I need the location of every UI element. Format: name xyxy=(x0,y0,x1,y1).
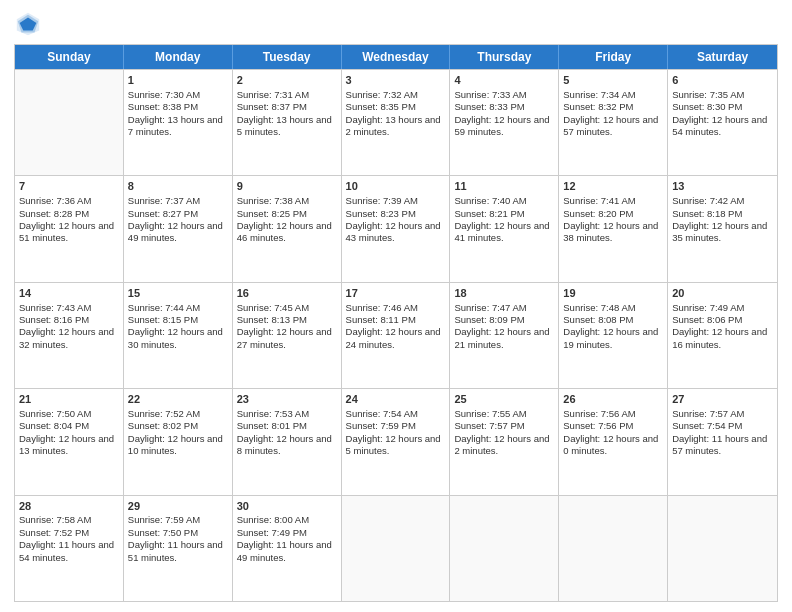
cell-info: Sunrise: 7:55 AMSunset: 7:57 PMDaylight:… xyxy=(454,408,554,457)
day-number: 20 xyxy=(672,286,773,301)
calendar-cell xyxy=(668,496,777,601)
day-number: 26 xyxy=(563,392,663,407)
cell-info: Sunrise: 7:57 AMSunset: 7:54 PMDaylight:… xyxy=(672,408,773,457)
calendar-cell: 5Sunrise: 7:34 AMSunset: 8:32 PMDaylight… xyxy=(559,70,668,175)
day-number: 19 xyxy=(563,286,663,301)
calendar-cell: 3Sunrise: 7:32 AMSunset: 8:35 PMDaylight… xyxy=(342,70,451,175)
cell-info: Sunrise: 7:56 AMSunset: 7:56 PMDaylight:… xyxy=(563,408,663,457)
day-number: 10 xyxy=(346,179,446,194)
weekday-header: Thursday xyxy=(450,45,559,69)
calendar-cell: 19Sunrise: 7:48 AMSunset: 8:08 PMDayligh… xyxy=(559,283,668,388)
day-number: 18 xyxy=(454,286,554,301)
day-number: 16 xyxy=(237,286,337,301)
cell-info: Sunrise: 7:39 AMSunset: 8:23 PMDaylight:… xyxy=(346,195,446,244)
cell-info: Sunrise: 7:36 AMSunset: 8:28 PMDaylight:… xyxy=(19,195,119,244)
day-number: 25 xyxy=(454,392,554,407)
cell-info: Sunrise: 7:41 AMSunset: 8:20 PMDaylight:… xyxy=(563,195,663,244)
calendar-cell: 15Sunrise: 7:44 AMSunset: 8:15 PMDayligh… xyxy=(124,283,233,388)
calendar-cell: 26Sunrise: 7:56 AMSunset: 7:56 PMDayligh… xyxy=(559,389,668,494)
calendar-row: 21Sunrise: 7:50 AMSunset: 8:04 PMDayligh… xyxy=(15,388,777,494)
day-number: 3 xyxy=(346,73,446,88)
calendar-cell: 7Sunrise: 7:36 AMSunset: 8:28 PMDaylight… xyxy=(15,176,124,281)
cell-info: Sunrise: 7:38 AMSunset: 8:25 PMDaylight:… xyxy=(237,195,337,244)
calendar-cell: 18Sunrise: 7:47 AMSunset: 8:09 PMDayligh… xyxy=(450,283,559,388)
weekday-header: Wednesday xyxy=(342,45,451,69)
day-number: 29 xyxy=(128,499,228,514)
calendar-row: 14Sunrise: 7:43 AMSunset: 8:16 PMDayligh… xyxy=(15,282,777,388)
day-number: 21 xyxy=(19,392,119,407)
logo xyxy=(14,10,46,38)
cell-info: Sunrise: 7:30 AMSunset: 8:38 PMDaylight:… xyxy=(128,89,228,138)
cell-info: Sunrise: 7:44 AMSunset: 8:15 PMDaylight:… xyxy=(128,302,228,351)
cell-info: Sunrise: 7:58 AMSunset: 7:52 PMDaylight:… xyxy=(19,514,119,563)
calendar-cell: 12Sunrise: 7:41 AMSunset: 8:20 PMDayligh… xyxy=(559,176,668,281)
calendar-cell: 29Sunrise: 7:59 AMSunset: 7:50 PMDayligh… xyxy=(124,496,233,601)
calendar-cell xyxy=(15,70,124,175)
cell-info: Sunrise: 7:46 AMSunset: 8:11 PMDaylight:… xyxy=(346,302,446,351)
day-number: 24 xyxy=(346,392,446,407)
calendar-cell: 28Sunrise: 7:58 AMSunset: 7:52 PMDayligh… xyxy=(15,496,124,601)
cell-info: Sunrise: 7:49 AMSunset: 8:06 PMDaylight:… xyxy=(672,302,773,351)
cell-info: Sunrise: 7:54 AMSunset: 7:59 PMDaylight:… xyxy=(346,408,446,457)
day-number: 8 xyxy=(128,179,228,194)
calendar-cell xyxy=(559,496,668,601)
weekday-header: Monday xyxy=(124,45,233,69)
calendar-row: 7Sunrise: 7:36 AMSunset: 8:28 PMDaylight… xyxy=(15,175,777,281)
calendar-cell: 1Sunrise: 7:30 AMSunset: 8:38 PMDaylight… xyxy=(124,70,233,175)
cell-info: Sunrise: 8:00 AMSunset: 7:49 PMDaylight:… xyxy=(237,514,337,563)
day-number: 9 xyxy=(237,179,337,194)
cell-info: Sunrise: 7:59 AMSunset: 7:50 PMDaylight:… xyxy=(128,514,228,563)
calendar-cell: 13Sunrise: 7:42 AMSunset: 8:18 PMDayligh… xyxy=(668,176,777,281)
calendar-cell: 17Sunrise: 7:46 AMSunset: 8:11 PMDayligh… xyxy=(342,283,451,388)
calendar-cell: 10Sunrise: 7:39 AMSunset: 8:23 PMDayligh… xyxy=(342,176,451,281)
weekday-header: Saturday xyxy=(668,45,777,69)
calendar-cell: 11Sunrise: 7:40 AMSunset: 8:21 PMDayligh… xyxy=(450,176,559,281)
day-number: 7 xyxy=(19,179,119,194)
calendar-cell: 9Sunrise: 7:38 AMSunset: 8:25 PMDaylight… xyxy=(233,176,342,281)
weekday-header: Friday xyxy=(559,45,668,69)
day-number: 12 xyxy=(563,179,663,194)
calendar-cell: 30Sunrise: 8:00 AMSunset: 7:49 PMDayligh… xyxy=(233,496,342,601)
calendar-body: 1Sunrise: 7:30 AMSunset: 8:38 PMDaylight… xyxy=(15,69,777,601)
day-number: 17 xyxy=(346,286,446,301)
cell-info: Sunrise: 7:42 AMSunset: 8:18 PMDaylight:… xyxy=(672,195,773,244)
calendar-cell: 22Sunrise: 7:52 AMSunset: 8:02 PMDayligh… xyxy=(124,389,233,494)
day-number: 6 xyxy=(672,73,773,88)
calendar: SundayMondayTuesdayWednesdayThursdayFrid… xyxy=(14,44,778,602)
cell-info: Sunrise: 7:43 AMSunset: 8:16 PMDaylight:… xyxy=(19,302,119,351)
day-number: 13 xyxy=(672,179,773,194)
weekday-header: Sunday xyxy=(15,45,124,69)
cell-info: Sunrise: 7:50 AMSunset: 8:04 PMDaylight:… xyxy=(19,408,119,457)
calendar-header: SundayMondayTuesdayWednesdayThursdayFrid… xyxy=(15,45,777,69)
day-number: 23 xyxy=(237,392,337,407)
cell-info: Sunrise: 7:40 AMSunset: 8:21 PMDaylight:… xyxy=(454,195,554,244)
logo-icon xyxy=(14,10,42,38)
page-header xyxy=(14,10,778,38)
cell-info: Sunrise: 7:52 AMSunset: 8:02 PMDaylight:… xyxy=(128,408,228,457)
calendar-row: 28Sunrise: 7:58 AMSunset: 7:52 PMDayligh… xyxy=(15,495,777,601)
cell-info: Sunrise: 7:33 AMSunset: 8:33 PMDaylight:… xyxy=(454,89,554,138)
cell-info: Sunrise: 7:45 AMSunset: 8:13 PMDaylight:… xyxy=(237,302,337,351)
cell-info: Sunrise: 7:35 AMSunset: 8:30 PMDaylight:… xyxy=(672,89,773,138)
day-number: 1 xyxy=(128,73,228,88)
calendar-cell: 14Sunrise: 7:43 AMSunset: 8:16 PMDayligh… xyxy=(15,283,124,388)
day-number: 5 xyxy=(563,73,663,88)
calendar-cell: 4Sunrise: 7:33 AMSunset: 8:33 PMDaylight… xyxy=(450,70,559,175)
calendar-row: 1Sunrise: 7:30 AMSunset: 8:38 PMDaylight… xyxy=(15,69,777,175)
day-number: 28 xyxy=(19,499,119,514)
calendar-page: SundayMondayTuesdayWednesdayThursdayFrid… xyxy=(0,0,792,612)
day-number: 22 xyxy=(128,392,228,407)
calendar-cell: 23Sunrise: 7:53 AMSunset: 8:01 PMDayligh… xyxy=(233,389,342,494)
cell-info: Sunrise: 7:37 AMSunset: 8:27 PMDaylight:… xyxy=(128,195,228,244)
calendar-cell: 20Sunrise: 7:49 AMSunset: 8:06 PMDayligh… xyxy=(668,283,777,388)
day-number: 11 xyxy=(454,179,554,194)
day-number: 15 xyxy=(128,286,228,301)
calendar-cell: 8Sunrise: 7:37 AMSunset: 8:27 PMDaylight… xyxy=(124,176,233,281)
calendar-cell: 24Sunrise: 7:54 AMSunset: 7:59 PMDayligh… xyxy=(342,389,451,494)
day-number: 14 xyxy=(19,286,119,301)
cell-info: Sunrise: 7:32 AMSunset: 8:35 PMDaylight:… xyxy=(346,89,446,138)
day-number: 27 xyxy=(672,392,773,407)
calendar-cell xyxy=(342,496,451,601)
calendar-cell: 6Sunrise: 7:35 AMSunset: 8:30 PMDaylight… xyxy=(668,70,777,175)
calendar-cell: 25Sunrise: 7:55 AMSunset: 7:57 PMDayligh… xyxy=(450,389,559,494)
